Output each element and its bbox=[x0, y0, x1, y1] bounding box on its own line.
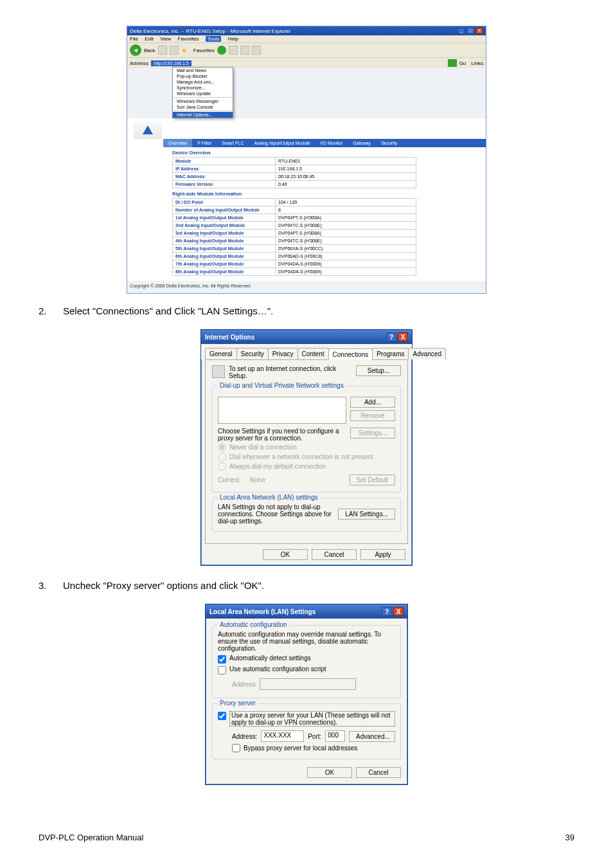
tab-privacy[interactable]: Privacy bbox=[268, 348, 298, 359]
tab-programs[interactable]: Programs bbox=[372, 348, 409, 359]
device-overview-table: ModuleRTU-EN01 IP Address192.168.1.5 MAC… bbox=[172, 157, 416, 188]
tab-connections[interactable]: Connections bbox=[328, 348, 373, 360]
close-button[interactable]: X bbox=[398, 332, 408, 341]
nav-gateway[interactable]: Gateway bbox=[348, 139, 376, 147]
remove-button[interactable]: Remove bbox=[350, 410, 395, 421]
nav-pfilter[interactable]: P Filter bbox=[192, 139, 217, 147]
radio-never-dial[interactable] bbox=[218, 443, 226, 451]
tab-content[interactable]: Content bbox=[298, 348, 329, 359]
auto-script-checkbox[interactable] bbox=[218, 666, 226, 674]
mail-icon[interactable] bbox=[252, 46, 261, 55]
footer-right: 39 bbox=[565, 833, 574, 842]
set-default-button[interactable]: Set Default bbox=[350, 475, 395, 485]
dd-internet-options[interactable]: Internet Options... bbox=[173, 112, 233, 118]
nav-smartplc[interactable]: Smart PLC bbox=[217, 139, 249, 147]
iopt-title: Internet Options bbox=[205, 334, 254, 341]
lan-group-title: Local Area Network (LAN) settings bbox=[218, 494, 320, 501]
refresh-icon[interactable] bbox=[217, 46, 226, 55]
rs-module-table: DI / DO Point104 / 120 Number of Analog … bbox=[172, 198, 416, 276]
favorites-icon[interactable]: ★ bbox=[181, 47, 187, 54]
home-icon[interactable] bbox=[229, 46, 238, 55]
dd-addons[interactable]: Manage Add-ons... bbox=[173, 79, 233, 85]
add-button[interactable]: Add... bbox=[350, 397, 395, 408]
bypass-checkbox[interactable] bbox=[232, 744, 240, 752]
lan-text: LAN Settings do not apply to dial-up con… bbox=[218, 503, 333, 525]
menu-edit[interactable]: Edit bbox=[145, 36, 154, 42]
auto-config-text: Automatic configuration may override man… bbox=[218, 631, 395, 652]
address-field[interactable]: http://192.168.1.5 bbox=[151, 60, 191, 66]
lan-settings-dialog: Local Area Network (LAN) Settings ? X Au… bbox=[205, 604, 408, 785]
forward-button[interactable] bbox=[158, 46, 167, 55]
dd-popup[interactable]: Pop-up Blocker bbox=[173, 73, 233, 79]
lan-settings-button[interactable]: LAN Settings... bbox=[338, 509, 395, 520]
step2-instruction: 2.Select "Connections" and Click "LAN Se… bbox=[39, 305, 574, 316]
tab-security[interactable]: Security bbox=[236, 348, 269, 359]
print-icon[interactable] bbox=[240, 46, 249, 55]
proxy-server-title: Proxy server bbox=[218, 700, 258, 707]
close-button[interactable]: X bbox=[393, 607, 404, 616]
rs-module-header: Right-side Module Information bbox=[127, 188, 486, 198]
setup-icon bbox=[212, 365, 225, 378]
menu-favorites[interactable]: Favorites bbox=[178, 36, 199, 42]
delta-logo bbox=[134, 121, 162, 139]
menu-tools[interactable]: Tools bbox=[206, 36, 222, 42]
nav-overview[interactable]: Overview bbox=[163, 139, 192, 147]
go-label: Go bbox=[459, 60, 466, 66]
copyright-text: Copyright © 2008 Delta Electronics, Inc.… bbox=[127, 281, 486, 293]
ok-button[interactable]: OK bbox=[307, 767, 352, 778]
proxy-port-field[interactable]: 000 bbox=[325, 730, 345, 742]
choose-settings-text: Choose Settings if you need to configure… bbox=[218, 428, 346, 442]
nav-analog[interactable]: Analog Input/Output Module bbox=[249, 139, 315, 147]
nav-security[interactable]: Security bbox=[376, 139, 402, 147]
use-proxy-checkbox[interactable] bbox=[218, 712, 226, 720]
minimize-button[interactable]: _ bbox=[458, 28, 465, 34]
back-label: Back bbox=[144, 48, 155, 53]
page-footer: DVP-PLC Operation Manual 39 bbox=[39, 833, 574, 842]
setup-button[interactable]: Setup... bbox=[356, 365, 401, 376]
tab-general[interactable]: General bbox=[205, 348, 237, 359]
step3-instruction: 3.Uncheck "Proxy server" options and cli… bbox=[39, 580, 574, 591]
dd-mail[interactable]: Mail and News bbox=[173, 68, 233, 73]
dd-java[interactable]: Sun Java Console bbox=[173, 104, 233, 110]
radio-dial-whenever[interactable] bbox=[218, 453, 226, 461]
nav-iomonitor[interactable]: I/O Monitor bbox=[315, 139, 348, 147]
setup-text: To set up an Internet connection, click … bbox=[229, 365, 352, 379]
tab-advanced[interactable]: Advanced bbox=[408, 348, 445, 359]
address-label: Address bbox=[130, 60, 148, 66]
close-button[interactable]: X bbox=[475, 28, 483, 34]
favorites-label: Favorites bbox=[193, 48, 215, 53]
auto-detect-checkbox[interactable] bbox=[218, 655, 226, 664]
stop-button[interactable] bbox=[170, 46, 179, 55]
cancel-button[interactable]: Cancel bbox=[312, 549, 357, 560]
apply-button[interactable]: Apply bbox=[360, 549, 405, 560]
menu-help[interactable]: Help bbox=[228, 36, 238, 42]
advanced-button[interactable]: Advanced... bbox=[349, 731, 395, 742]
dialup-group-title: Dial-up and Virtual Private Network sett… bbox=[218, 382, 346, 389]
internet-options-dialog: Internet Options ? X General Security Pr… bbox=[200, 329, 413, 566]
auto-config-title: Automatic configuration bbox=[218, 621, 289, 628]
go-button[interactable] bbox=[448, 59, 457, 67]
maximize-button[interactable]: □ bbox=[466, 28, 474, 34]
cancel-button[interactable]: Cancel bbox=[356, 767, 401, 778]
lan-title: Local Area Network (LAN) Settings bbox=[209, 608, 315, 615]
links-label: Links bbox=[471, 60, 483, 66]
help-button[interactable]: ? bbox=[382, 607, 392, 616]
menubar: File Edit View Favorites Tools Help bbox=[127, 35, 486, 42]
ok-button[interactable]: OK bbox=[263, 549, 308, 560]
back-button[interactable]: ◄ bbox=[130, 44, 141, 56]
browser-titlebar: Delta Electronics, Inc. -- RTU-EN01 Setu… bbox=[127, 26, 486, 35]
dd-sync[interactable]: Synchronize... bbox=[173, 85, 233, 91]
device-overview-header: Device Overview bbox=[127, 147, 486, 157]
dialup-listbox[interactable] bbox=[218, 397, 346, 424]
footer-left: DVP-PLC Operation Manual bbox=[39, 833, 143, 842]
help-button[interactable]: ? bbox=[386, 332, 396, 341]
dd-messenger[interactable]: Windows Messenger bbox=[173, 98, 233, 104]
script-address-field[interactable] bbox=[260, 678, 356, 690]
menu-file[interactable]: File bbox=[130, 36, 138, 42]
proxy-address-field[interactable]: XXX.XXX bbox=[261, 730, 304, 742]
dd-winupdate[interactable]: Windows Update bbox=[173, 91, 233, 96]
webpage-nav: Overview P Filter Smart PLC Analog Input… bbox=[163, 139, 486, 147]
menu-view[interactable]: View bbox=[160, 36, 171, 42]
settings-button[interactable]: Settings... bbox=[350, 428, 395, 439]
radio-always-dial[interactable] bbox=[218, 462, 226, 471]
